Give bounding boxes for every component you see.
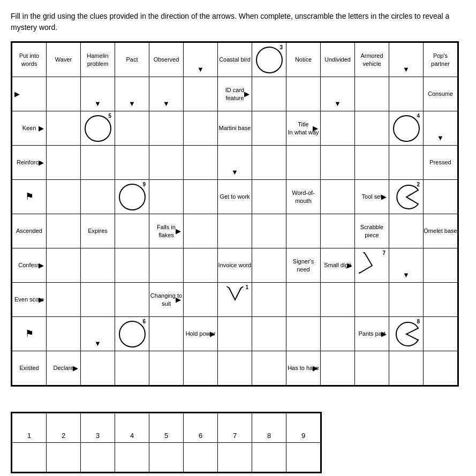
crossword-grid: Put into words Waver Hamelin problem Pac… — [11, 41, 459, 387]
circle-2-number: 2 — [417, 181, 420, 188]
cell-r2c2 — [47, 77, 81, 111]
cell-r6c6 — [184, 214, 218, 248]
cell-r5c3 — [81, 180, 115, 214]
cell-r6c4 — [115, 214, 149, 248]
cell-r4c3 — [81, 146, 115, 180]
instructions: Fill in the grid using the clues provide… — [11, 11, 465, 33]
answer-num-6: 6 — [184, 413, 218, 443]
cell-r8c11 — [355, 283, 389, 317]
clue-has-to-have: Has to have ▶ — [286, 351, 321, 386]
cell-r1c12: ▼ — [389, 43, 424, 77]
clue-undivided: Undivided — [321, 43, 355, 77]
clue-waver: Waver — [47, 43, 81, 77]
circle-1-cell: 1 — [218, 283, 252, 317]
clue-hold-power: Hold power ▶ — [184, 317, 218, 351]
cell-r4c10 — [321, 146, 355, 180]
cell-r7c8 — [252, 248, 286, 283]
clue-reinforce: Reinforce ▶ — [12, 146, 47, 180]
clue-small-digit: Small digit ▶ — [321, 248, 355, 283]
clue-keen: Keen ▶ — [12, 111, 47, 146]
cell-r2c3: ▼ — [81, 77, 115, 111]
circle-9-cell: 9 — [115, 180, 149, 214]
cell-r3c2 — [47, 111, 81, 146]
cell-r10c5 — [149, 351, 184, 386]
cell-r4c9 — [286, 146, 321, 180]
answer-cell-6[interactable] — [184, 443, 218, 472]
circle-4-number: 4 — [417, 112, 420, 119]
cell-r6c2 — [47, 214, 81, 248]
clue-coastal-bird: Coastal bird — [218, 43, 252, 77]
cell-r4c6 — [184, 146, 218, 180]
answer-cell-5[interactable] — [149, 443, 184, 472]
circle-8-cell: 8 — [389, 317, 424, 351]
cell-r10c11 — [355, 351, 389, 386]
circle-3-number: 3 — [279, 44, 283, 51]
clue-tool-set: Tool set ▶ — [355, 180, 389, 214]
answer-cell-9[interactable] — [286, 443, 321, 472]
cell-r3c13: ▼ — [424, 111, 458, 146]
cell-r8c6 — [184, 283, 218, 317]
clue-scrabble-piece: Scrabble piece — [355, 214, 389, 248]
cell-r8c3 — [81, 283, 115, 317]
cell-r5c10 — [321, 180, 355, 214]
cell-r5c1: ⚑ — [12, 180, 47, 214]
cell-r8c10 — [321, 283, 355, 317]
answer-cell-1[interactable] — [12, 443, 47, 472]
circle-2-cell: 2 — [389, 180, 424, 214]
circle-7-cell: 7 — [355, 248, 389, 283]
clue-put-into-words: Put into words — [12, 43, 47, 77]
cell-r2c12 — [389, 77, 424, 111]
cell-r2c10: ▼ — [321, 77, 355, 111]
answer-num-9: 9 — [286, 413, 321, 443]
answer-num-3: 3 — [81, 413, 115, 443]
clue-even-score: Even score ▶ — [12, 283, 47, 317]
cell-r6c9 — [286, 214, 321, 248]
cell-r9c1: ⚑ — [12, 317, 47, 351]
clue-expires: Expires — [81, 214, 115, 248]
clue-get-to-work: Get to work — [218, 180, 252, 214]
cell-r7c13 — [424, 248, 458, 283]
answer-cell-8[interactable] — [252, 443, 286, 472]
clue-armored-vehicle: Armored vehicle — [355, 43, 389, 77]
answer-num-1: 1 — [12, 413, 47, 443]
clue-changing-to-suit: Changing to suit ▶ — [149, 283, 184, 317]
clue-consume: Consume — [424, 77, 458, 111]
clue-pact: Pact — [115, 43, 149, 77]
cell-r3c6 — [184, 111, 218, 146]
clue-pants-part: Pants part ▶ — [355, 317, 389, 351]
cell-r2c4: ▼ — [115, 77, 149, 111]
cell-r6c7 — [218, 214, 252, 248]
cell-r7c12: ▼ — [389, 248, 424, 283]
cell-r10c7 — [218, 351, 252, 386]
circle-6-cell: 6 — [115, 317, 149, 351]
circle-5 — [85, 115, 111, 142]
answer-grid: 1 2 3 4 5 6 7 8 9 — [11, 412, 322, 473]
cell-r2c11 — [355, 77, 389, 111]
cell-r9c13 — [424, 317, 458, 351]
circle-9 — [119, 184, 146, 210]
answer-cell-4[interactable] — [115, 443, 149, 472]
circle-6 — [119, 321, 146, 347]
circle-4 — [393, 115, 420, 142]
cell-r10c6 — [184, 351, 218, 386]
cell-r7c6 — [184, 248, 218, 283]
answer-cell-7[interactable] — [218, 443, 252, 472]
cell-r5c13 — [424, 180, 458, 214]
cell-r4c12 — [389, 146, 424, 180]
cell-r9c5 — [149, 317, 184, 351]
clue-falls-in-flakes: Falls in flakes ▶ — [149, 214, 184, 248]
cell-r6c12 — [389, 214, 424, 248]
answer-cell-2[interactable] — [47, 443, 81, 472]
clue-id-card: ID card feature ▶ — [218, 77, 252, 111]
answer-cell-3[interactable] — [81, 443, 115, 472]
clue-hamelin: Hamelin problem — [81, 43, 115, 77]
circle-5-number: 5 — [108, 112, 111, 119]
cell-r5c6 — [184, 180, 218, 214]
cell-r10c12 — [389, 351, 424, 386]
circle-1-number: 1 — [245, 284, 248, 291]
cell-r9c2 — [47, 317, 81, 351]
circle-4-cell: 4 — [389, 111, 424, 146]
answer-num-2: 2 — [47, 413, 81, 443]
cell-r9c10 — [321, 317, 355, 351]
circle-6-number: 6 — [142, 318, 146, 325]
